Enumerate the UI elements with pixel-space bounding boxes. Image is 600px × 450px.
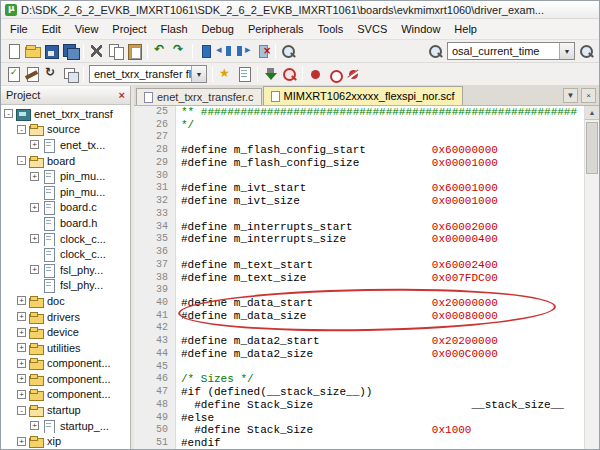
menu-item-tools[interactable]: Tools xyxy=(311,21,351,37)
save-icon[interactable] xyxy=(43,43,60,59)
batch-build-icon[interactable] xyxy=(62,66,79,82)
expand-icon[interactable]: + xyxy=(30,172,39,181)
expand-icon[interactable]: + xyxy=(17,296,26,305)
bookmark-icon[interactable] xyxy=(197,43,214,59)
project-tree: -enet_txrx_transf-source+enet_tx...-boar… xyxy=(1,105,130,449)
tab-mimxrt1062xxxxx-flexspi-nor-scf[interactable]: MIMXRT1062xxxxx_flexspi_nor.scf xyxy=(263,86,463,105)
toolbar-separator xyxy=(147,44,148,59)
tree-item-startup[interactable]: +startup_... xyxy=(1,418,130,434)
menu-item-svcs[interactable]: SVCS xyxy=(350,21,394,37)
tree-item-component[interactable]: +component... xyxy=(1,387,130,403)
cut-icon[interactable] xyxy=(88,43,105,59)
search-combo[interactable]: osal_current_time ▼ xyxy=(447,42,575,60)
expand-icon[interactable]: + xyxy=(17,359,26,368)
build-icon[interactable] xyxy=(24,66,41,82)
folder-icon xyxy=(29,357,44,369)
line-number: 36 xyxy=(134,246,168,259)
bookmark-next-icon[interactable] xyxy=(235,43,252,59)
tree-item-clock-c[interactable]: +clock_c... xyxy=(1,231,130,247)
debug-icon[interactable] xyxy=(281,66,298,82)
collapse-icon[interactable]: - xyxy=(17,125,26,134)
breakpoint-kill-icon[interactable] xyxy=(345,66,362,82)
tree-item-component[interactable]: +component... xyxy=(1,371,130,387)
tree-item-fsl-phy[interactable]: fsl_phy... xyxy=(1,278,130,294)
tree-item-board-h[interactable]: board.h xyxy=(1,215,130,231)
tree-item-board[interactable]: -board xyxy=(1,153,130,169)
target-select[interactable]: enet_txrx_transfer flexspi ▼ xyxy=(89,65,207,83)
expand-icon[interactable]: + xyxy=(30,234,39,243)
editor-scrollbar[interactable]: ▲ xyxy=(584,106,599,449)
target-options-icon[interactable] xyxy=(217,66,234,82)
tree-item-source[interactable]: -source xyxy=(1,122,130,138)
copy-icon[interactable] xyxy=(107,43,124,59)
redo-icon[interactable] xyxy=(171,43,188,59)
scrollbar-thumb[interactable] xyxy=(586,122,598,174)
tree-item-pin-mu[interactable]: pin_mu... xyxy=(1,184,130,200)
menu-item-help[interactable]: Help xyxy=(447,21,484,37)
menu-item-peripherals[interactable]: Peripherals xyxy=(241,21,311,37)
close-document-icon[interactable]: × xyxy=(581,88,596,103)
menu-item-view[interactable]: View xyxy=(68,21,106,37)
expand-icon[interactable]: + xyxy=(17,437,26,446)
undo-icon[interactable] xyxy=(152,43,169,59)
expand-icon[interactable]: + xyxy=(17,390,26,399)
menu-item-debug[interactable]: Debug xyxy=(195,21,241,37)
tree-item-label: enet_txrx_transf xyxy=(34,108,113,120)
menu-item-file[interactable]: File xyxy=(3,21,35,37)
tree-item-xip[interactable]: +xip xyxy=(1,433,130,449)
tree-item-doc[interactable]: +doc xyxy=(1,293,130,309)
collapse-icon[interactable]: - xyxy=(17,156,26,165)
expand-icon[interactable]: + xyxy=(30,265,39,274)
tree-item-startup[interactable]: -startup xyxy=(1,402,130,418)
expand-icon[interactable]: + xyxy=(17,328,26,337)
line-number: 50 xyxy=(134,424,168,437)
menu-item-edit[interactable]: Edit xyxy=(35,21,68,37)
paste-icon[interactable] xyxy=(126,43,143,59)
find-next-icon[interactable] xyxy=(578,43,595,59)
new-file-icon[interactable] xyxy=(5,43,22,59)
menu-item-flash[interactable]: Flash xyxy=(154,21,195,37)
tab-list-icon[interactable]: ▼ xyxy=(563,88,578,103)
expand-icon[interactable]: + xyxy=(17,312,26,321)
line-number: 33 xyxy=(134,208,168,221)
tree-item-enet-tx[interactable]: +enet_tx... xyxy=(1,137,130,153)
tree-item-device[interactable]: +device xyxy=(1,324,130,340)
code-area[interactable]: ** #####################################… xyxy=(176,106,584,449)
expand-icon[interactable]: + xyxy=(17,343,26,352)
rebuild-icon[interactable] xyxy=(43,66,60,82)
tree-item-fsl-phy[interactable]: +fsl_phy... xyxy=(1,262,130,278)
menu-item-project[interactable]: Project xyxy=(105,21,153,37)
tree-item-label: source xyxy=(47,123,80,135)
download-icon[interactable] xyxy=(262,66,279,82)
expand-icon[interactable]: + xyxy=(30,421,39,430)
tree-item-pin-mu[interactable]: +pin_mu... xyxy=(1,168,130,184)
tree-item-utilities[interactable]: +utilities xyxy=(1,340,130,356)
breakpoint-disable-icon[interactable] xyxy=(326,66,343,82)
project-panel-close-icon[interactable]: × xyxy=(119,89,125,101)
scroll-up-icon[interactable]: ▲ xyxy=(585,106,599,120)
file-extensions-icon[interactable] xyxy=(236,66,253,82)
expand-icon[interactable]: + xyxy=(30,203,39,212)
breakpoint-icon[interactable] xyxy=(307,66,324,82)
tree-item-clock-c[interactable]: clock_c... xyxy=(1,246,130,262)
collapse-icon[interactable]: - xyxy=(4,109,13,118)
target-select-dropdown-icon[interactable]: ▼ xyxy=(191,66,206,82)
save-all-icon[interactable] xyxy=(62,43,79,59)
expand-icon[interactable]: + xyxy=(17,374,26,383)
tree-item-enet-txrx-transf[interactable]: -enet_txrx_transf xyxy=(1,106,130,122)
translate-icon[interactable] xyxy=(5,66,22,82)
menu-item-window[interactable]: Window xyxy=(394,21,447,37)
collapse-icon[interactable]: - xyxy=(17,406,26,415)
find-in-files-icon[interactable] xyxy=(280,43,297,59)
tree-item-component[interactable]: +component... xyxy=(1,356,130,372)
tab-enet-txrx-transfer-c[interactable]: enet_txrx_transfer.c xyxy=(136,88,262,105)
search-combo-dropdown-icon[interactable]: ▼ xyxy=(559,43,574,59)
open-file-icon[interactable] xyxy=(24,43,41,59)
bookmark-clear-icon[interactable] xyxy=(254,43,271,59)
tree-item-drivers[interactable]: +drivers xyxy=(1,309,130,325)
expand-icon[interactable]: + xyxy=(30,140,39,149)
folder-icon xyxy=(29,342,44,354)
find-icon[interactable] xyxy=(427,43,444,59)
bookmark-prev-icon[interactable] xyxy=(216,43,233,59)
tree-item-board-c[interactable]: +board.c xyxy=(1,200,130,216)
